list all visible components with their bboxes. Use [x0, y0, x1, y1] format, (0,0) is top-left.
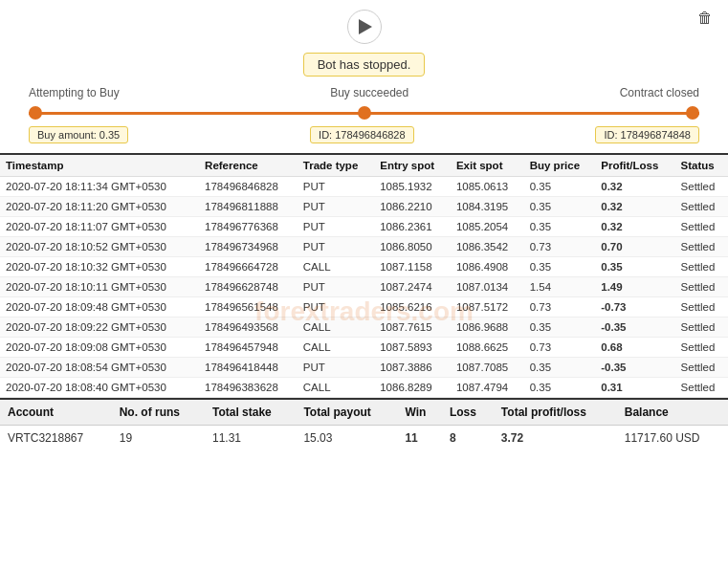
footer-stake: 11.31 [205, 426, 296, 451]
footer-account: VRTC3218867 [0, 426, 112, 451]
table-row: 2020-07-20 18:10:52 GMT+0530 17849673496… [0, 237, 728, 257]
cell-status: Settled [675, 237, 728, 257]
cell-exit: 1084.3195 [451, 197, 524, 217]
cell-timestamp: 2020-07-20 18:09:48 GMT+0530 [0, 297, 199, 318]
cell-status: Settled [675, 378, 728, 398]
footer-total-profit: 3.72 [494, 426, 617, 451]
table-row: 2020-07-20 18:09:08 GMT+0530 17849645794… [0, 338, 728, 358]
cell-buy: 0.35 [524, 177, 596, 197]
cell-type: CALL [298, 318, 374, 338]
cell-timestamp: 2020-07-20 18:10:11 GMT+0530 [0, 277, 199, 297]
table-row: 2020-07-20 18:10:11 GMT+0530 17849662874… [0, 277, 728, 297]
cell-exit: 1086.9688 [451, 318, 524, 338]
col-trade-type: Trade type [298, 155, 374, 177]
cell-reference: 178496457948 [199, 338, 298, 358]
cell-type: PUT [298, 177, 374, 197]
footer-col-win: Win [397, 400, 441, 426]
footer-balance: 11717.60 USD [617, 426, 728, 451]
table-row: 2020-07-20 18:11:07 GMT+0530 17849677636… [0, 217, 728, 237]
status-bar: Bot has stopped. [0, 53, 728, 77]
cell-reference: 178496561548 [199, 297, 298, 318]
cell-exit: 1086.4908 [451, 257, 524, 277]
cell-profit: 0.35 [595, 257, 674, 277]
cell-buy: 0.73 [524, 338, 596, 358]
col-reference: Reference [199, 155, 298, 177]
cell-reference: 178496418448 [199, 358, 298, 378]
cell-status: Settled [675, 197, 728, 217]
cell-reference: 178496628748 [199, 277, 298, 297]
main-table-body: 2020-07-20 18:11:34 GMT+0530 17849684682… [0, 177, 728, 398]
play-icon [359, 19, 372, 34]
table-row: 2020-07-20 18:09:48 GMT+0530 17849656154… [0, 297, 728, 318]
col-buy-price: Buy price [524, 155, 596, 177]
cell-status: Settled [675, 297, 728, 318]
cell-reference: 178496664728 [199, 257, 298, 277]
cell-entry: 1086.2361 [374, 217, 451, 237]
cell-profit: 0.32 [595, 177, 674, 197]
cell-buy: 0.73 [524, 297, 596, 318]
cell-profit: 0.70 [595, 237, 674, 257]
cell-exit: 1086.3542 [451, 237, 524, 257]
cell-type: CALL [298, 257, 374, 277]
cell-reference: 178496776368 [199, 217, 298, 237]
cell-profit: 1.49 [595, 277, 674, 297]
table-row: 2020-07-20 18:09:22 GMT+0530 17849649356… [0, 318, 728, 338]
main-table-container: Timestamp Reference Trade type Entry spo… [0, 153, 728, 398]
col-timestamp: Timestamp [0, 155, 199, 177]
footer-win: 11 [397, 426, 441, 451]
cell-status: Settled [675, 277, 728, 297]
footer-col-account: Account [0, 400, 112, 426]
footer-table-wrap: Account No. of runs Total stake Total pa… [0, 398, 728, 450]
cell-profit: 0.31 [595, 378, 674, 398]
cell-buy: 0.35 [524, 378, 596, 398]
cell-type: PUT [298, 197, 374, 217]
cell-entry: 1087.2474 [374, 277, 451, 297]
progress-section: Attempting to Buy Buy succeeded Contract… [0, 86, 728, 153]
cell-timestamp: 2020-07-20 18:11:20 GMT+0530 [0, 197, 199, 217]
cell-exit: 1087.7085 [451, 358, 524, 378]
cell-timestamp: 2020-07-20 18:08:54 GMT+0530 [0, 358, 199, 378]
main-table-header-row: Timestamp Reference Trade type Entry spo… [0, 155, 728, 177]
info-id-2: ID: 178496874848 [595, 126, 699, 143]
label-buy-succeeded: Buy succeeded [330, 86, 408, 99]
cell-entry: 1087.7615 [374, 318, 451, 338]
cell-reference: 178496811888 [199, 197, 298, 217]
cell-type: CALL [298, 338, 374, 358]
cell-exit: 1085.0613 [451, 177, 524, 197]
footer-table-head: Account No. of runs Total stake Total pa… [0, 400, 728, 426]
label-contract-closed: Contract closed [620, 86, 699, 99]
cell-profit: -0.73 [595, 297, 674, 318]
footer-col-total-profit: Total profit/loss [494, 400, 617, 426]
info-buy-amount: Buy amount: 0.35 [29, 126, 128, 143]
cell-type: PUT [298, 297, 374, 318]
status-badge: Bot has stopped. [303, 53, 426, 77]
progress-info: Buy amount: 0.35 ID: 178496846828 ID: 17… [29, 126, 699, 143]
main-table: Timestamp Reference Trade type Entry spo… [0, 155, 728, 398]
cell-exit: 1088.6625 [451, 338, 524, 358]
delete-button[interactable]: 🗑 [697, 10, 713, 27]
cell-exit: 1087.5172 [451, 297, 524, 318]
progress-labels: Attempting to Buy Buy succeeded Contract… [29, 86, 699, 99]
table-row: 2020-07-20 18:10:32 GMT+0530 17849666472… [0, 257, 728, 277]
cell-buy: 0.35 [524, 257, 596, 277]
cell-timestamp: 2020-07-20 18:11:34 GMT+0530 [0, 177, 199, 197]
footer-payout: 15.03 [296, 426, 397, 451]
cell-entry: 1086.8289 [374, 378, 451, 398]
cell-status: Settled [675, 257, 728, 277]
play-button[interactable] [347, 10, 382, 44]
footer-loss: 8 [442, 426, 494, 451]
footer-col-payout: Total payout [296, 400, 397, 426]
main-table-head: Timestamp Reference Trade type Entry spo… [0, 155, 728, 177]
cell-entry: 1085.6216 [374, 297, 451, 318]
cell-type: PUT [298, 358, 374, 378]
progress-dot-1 [29, 106, 42, 120]
top-bar: 🗑 [0, 0, 728, 49]
info-id-1: ID: 178496846828 [310, 126, 414, 143]
cell-entry: 1087.3886 [374, 358, 451, 378]
footer-col-runs: No. of runs [112, 400, 205, 426]
cell-reference: 178496493568 [199, 318, 298, 338]
footer-col-stake: Total stake [205, 400, 296, 426]
col-profit-loss: Profit/Loss [595, 155, 674, 177]
cell-type: PUT [298, 237, 374, 257]
label-attempting: Attempting to Buy [29, 86, 120, 99]
